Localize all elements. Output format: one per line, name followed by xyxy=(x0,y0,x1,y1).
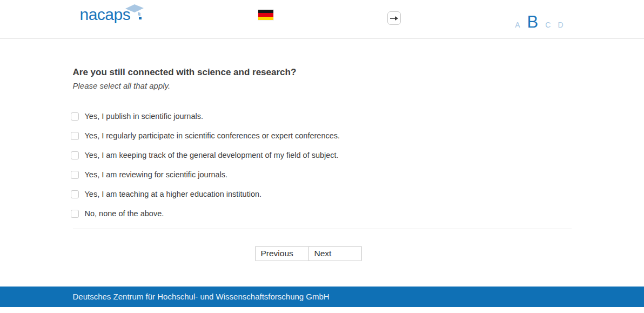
font-size-option-c[interactable]: C xyxy=(545,21,551,29)
question-title: Are you still connected with science and… xyxy=(73,39,572,79)
option-label: Yes, I am teaching at a higher education… xyxy=(85,190,262,198)
option-label: Yes, I am keeping track of the general d… xyxy=(85,151,339,159)
checkbox-option[interactable]: Yes, I am teaching at a higher education… xyxy=(71,190,572,198)
font-size-option-b[interactable]: B xyxy=(527,14,539,30)
options-list: Yes, I publish in scientific journals.Ye… xyxy=(71,112,572,218)
footer-text: Deutsches Zentrum für Hochschul- und Wis… xyxy=(73,287,572,307)
nacaps-logo[interactable]: nacaps xyxy=(80,4,145,25)
checkbox-option[interactable]: Yes, I am keeping track of the general d… xyxy=(71,151,572,159)
header-inner: nacaps ABCD xyxy=(73,0,572,39)
font-size-option-a[interactable]: A xyxy=(515,21,520,29)
checkbox-option[interactable]: No, none of the above. xyxy=(71,209,572,218)
german-flag-icon[interactable] xyxy=(258,10,273,20)
main-content: Are you still connected with science and… xyxy=(73,39,572,261)
option-label: Yes, I regularly participate in scientif… xyxy=(85,131,340,140)
checkbox[interactable] xyxy=(71,190,79,198)
footer-bar: Deutsches Zentrum für Hochschul- und Wis… xyxy=(0,287,644,307)
font-size-selector: ABCD xyxy=(515,14,563,30)
checkbox-option[interactable]: Yes, I am reviewing for scientific journ… xyxy=(71,170,572,179)
checkbox[interactable] xyxy=(71,210,79,218)
option-label: Yes, I publish in scientific journals. xyxy=(85,112,204,121)
navigation-buttons: Previous Next xyxy=(255,246,572,261)
checkbox[interactable] xyxy=(71,151,79,159)
next-button[interactable]: Next xyxy=(308,246,362,261)
question-instruction: Please select all that apply. xyxy=(73,80,572,91)
graduation-cap-icon xyxy=(125,3,144,21)
checkbox[interactable] xyxy=(71,132,79,140)
font-size-option-d[interactable]: D xyxy=(558,21,563,29)
checkbox[interactable] xyxy=(71,112,79,121)
checkbox-option[interactable]: Yes, I publish in scientific journals. xyxy=(71,112,572,121)
logo-text: nacaps xyxy=(80,4,131,25)
header: nacaps ABCD xyxy=(0,0,644,39)
logout-button[interactable] xyxy=(387,11,401,25)
checkbox[interactable] xyxy=(71,171,79,179)
option-label: No, none of the above. xyxy=(85,209,164,218)
previous-button[interactable]: Previous xyxy=(255,246,309,261)
divider-line xyxy=(73,229,572,229)
logout-arrow-icon xyxy=(390,15,399,22)
checkbox-option[interactable]: Yes, I regularly participate in scientif… xyxy=(71,131,572,140)
option-label: Yes, I am reviewing for scientific journ… xyxy=(85,170,228,179)
flag-stripe-gold xyxy=(258,17,273,20)
